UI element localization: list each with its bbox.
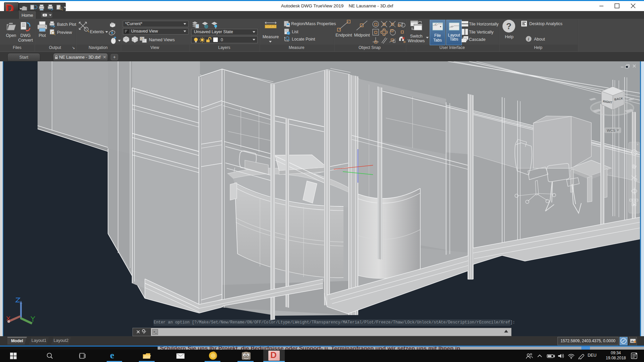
svg-text:?: ? <box>506 21 512 31</box>
svg-text:WCS: WCS <box>607 128 615 132</box>
svg-text:✕: ✕ <box>636 143 639 146</box>
